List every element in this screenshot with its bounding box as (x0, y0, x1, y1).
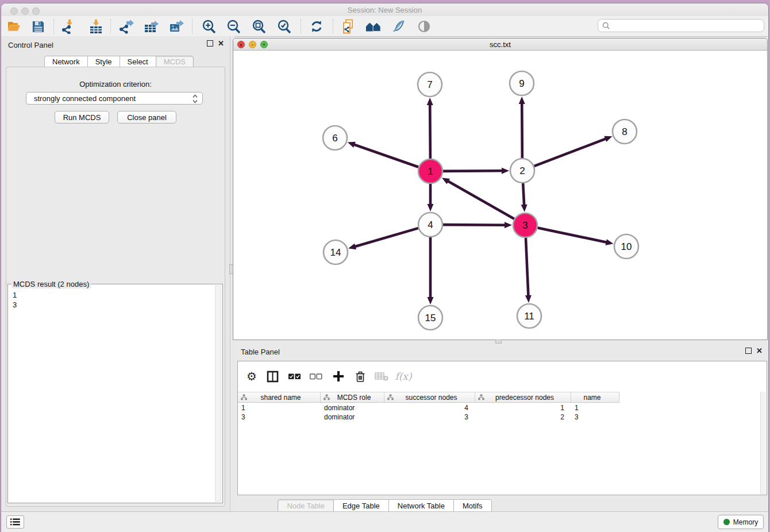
column-type-icon (387, 394, 394, 400)
control-panel: Control Panel ✕ NetworkStyleSelectMCDS O… (1, 36, 230, 511)
edge-1-2[interactable] (443, 171, 503, 171)
add-column-icon[interactable] (330, 368, 346, 384)
toggle-view-icon (416, 18, 432, 34)
save-session-icon[interactable] (30, 18, 46, 34)
close-panel-button[interactable]: Close panel (117, 111, 176, 124)
run-mcds-button[interactable]: Run MCDS (55, 111, 109, 124)
column-type-icon (241, 394, 247, 400)
table-toolbar: ⚙ f(x) (238, 361, 767, 391)
delete-column-icon[interactable] (352, 368, 368, 384)
edge-4-3[interactable] (443, 225, 506, 225)
mcds-result-title: MCDS result (2 nodes) (11, 280, 91, 288)
main-toolbar (1, 16, 768, 37)
refresh-icon[interactable] (309, 18, 325, 34)
criterion-dropdown[interactable]: strongly connected component (26, 92, 203, 105)
title-bar: Session: New Session (1, 3, 768, 17)
table-cell: 3 (238, 413, 321, 422)
zoom-out-icon[interactable] (226, 18, 242, 34)
network-window: x − + scc.txt 7968124314101511 (233, 38, 768, 340)
table-cell: 3 (384, 413, 475, 422)
search-input[interactable] (610, 21, 764, 30)
graph-node-label: 9 (519, 78, 524, 89)
hide-selected-icon[interactable] (391, 18, 407, 34)
column-browser-icon[interactable] (264, 368, 280, 384)
criterion-value: strongly connected component (34, 94, 136, 103)
memory-button[interactable]: Memory (718, 515, 764, 529)
graph-node-label: 15 (425, 313, 436, 323)
network-graph[interactable]: 7968124314101511 (233, 51, 767, 340)
graph-node-label: 8 (622, 126, 627, 137)
graph-node-label: 3 (522, 220, 528, 231)
graph-node-label: 11 (524, 311, 534, 322)
column-header-predecessor-nodes[interactable]: predecessor nodes (475, 392, 571, 402)
close-panel-icon[interactable]: ✕ (218, 41, 224, 46)
column-type-icon (324, 394, 330, 400)
table-row[interactable]: 3dominator323 (238, 413, 619, 422)
graph-node-label: 1 (428, 166, 433, 177)
close-table-panel-icon[interactable]: ✕ (756, 348, 763, 353)
column-header-MCDS-role[interactable]: MCDS role (321, 392, 384, 402)
control-panel-title: Control Panel (8, 41, 53, 49)
export-image-icon[interactable] (168, 18, 184, 34)
select-all-icon[interactable] (287, 368, 303, 384)
arrowhead-2-3 (521, 205, 528, 212)
arrowhead-2-8 (604, 136, 612, 142)
mcds-result-list[interactable]: 13 (9, 289, 215, 502)
float-table-panel-icon[interactable] (745, 348, 752, 354)
zoom-selected-icon[interactable] (276, 18, 292, 34)
arrowhead-4-14 (348, 244, 356, 250)
table-header: shared nameMCDS rolesuccessor nodesprede… (238, 392, 619, 403)
column-header-shared-name[interactable]: shared name (238, 392, 321, 402)
network-window-title: scc.txt (233, 40, 767, 49)
import-network-icon[interactable] (61, 18, 77, 34)
open-file-icon[interactable] (6, 18, 22, 34)
table-panel-title: Table Panel (241, 348, 280, 356)
mcds-result-item: 1 (13, 290, 215, 300)
deselect-all-icon[interactable] (308, 368, 324, 384)
edge-2-9[interactable] (522, 103, 522, 158)
zoom-in-icon[interactable] (201, 18, 217, 34)
table-settings-icon[interactable]: ⚙ (244, 368, 260, 384)
arrowhead-3-11 (525, 295, 532, 303)
table-cell: 4 (384, 403, 475, 413)
arrowhead-1-2 (502, 168, 509, 174)
edge-3-1[interactable] (448, 181, 514, 219)
float-panel-icon[interactable] (207, 40, 213, 47)
result-scrollbar[interactable] (215, 286, 221, 502)
memory-status-icon (723, 519, 730, 525)
zoom-fit-icon[interactable] (251, 18, 267, 34)
arrowhead-1-4 (428, 204, 434, 211)
edge-1-7[interactable] (430, 104, 430, 159)
table-cell: 1 (475, 403, 571, 413)
window-title: Session: New Session (1, 6, 768, 14)
edge-3-10[interactable] (538, 228, 607, 242)
column-header-successor-nodes[interactable]: successor nodes (384, 392, 475, 402)
table-cell: 3 (571, 413, 619, 422)
network-window-titlebar[interactable]: x − + scc.txt (233, 38, 767, 51)
table-scrollbar[interactable] (760, 392, 766, 494)
arrowhead-1-6 (348, 142, 356, 148)
clone-network-icon[interactable] (341, 18, 357, 34)
application-window: Session: New Session (1, 3, 768, 532)
edge-3-11[interactable] (526, 238, 529, 296)
graph-node-label: 6 (332, 133, 337, 144)
edge-2-3[interactable] (523, 183, 524, 206)
export-table-icon[interactable] (143, 18, 159, 34)
arrowhead-2-9 (519, 97, 525, 104)
import-table-icon[interactable] (88, 18, 104, 34)
task-history-button[interactable] (6, 515, 24, 529)
edge-1-6[interactable] (353, 144, 418, 167)
edge-2-8[interactable] (534, 138, 607, 166)
table-cell: dominator (321, 403, 384, 413)
search-icon (602, 22, 610, 30)
arrowhead-1-7 (427, 98, 433, 105)
export-network-icon[interactable] (118, 18, 134, 34)
optimization-criterion-label: Optimization criterion: (6, 80, 225, 88)
arrowhead-4-15 (428, 297, 434, 304)
column-header-name[interactable]: name (571, 392, 619, 402)
edge-4-14[interactable] (355, 228, 418, 246)
horizontal-splitter-handle[interactable] (495, 340, 502, 344)
first-neighbors-icon[interactable] (365, 18, 382, 34)
table-row[interactable]: 1dominator411 (238, 403, 619, 413)
status-bar: Memory (1, 511, 768, 532)
